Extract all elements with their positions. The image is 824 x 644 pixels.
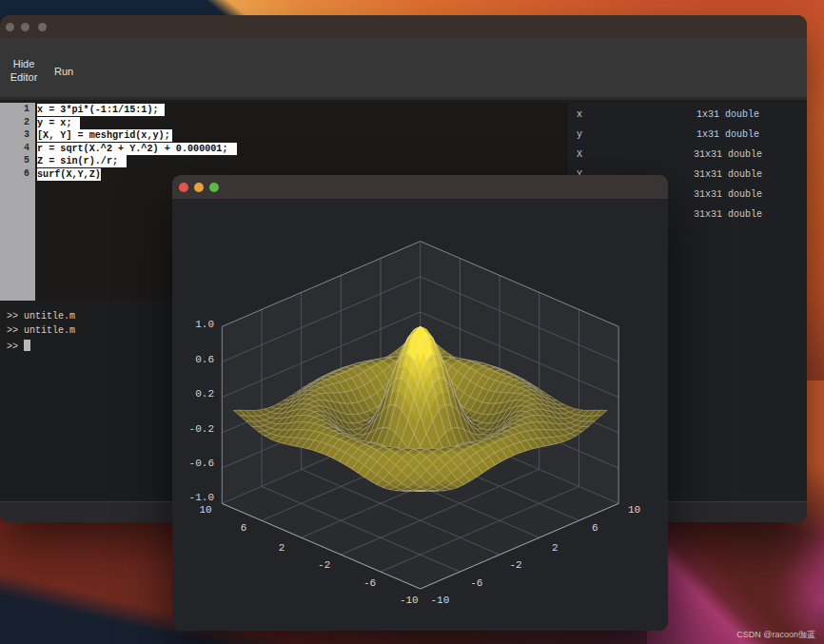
- svg-text:-1.0: -1.0: [189, 492, 214, 503]
- svg-text:-6: -6: [470, 577, 482, 589]
- svg-text:-0.2: -0.2: [189, 423, 214, 435]
- svg-text:-2: -2: [318, 559, 330, 571]
- svg-text:10: 10: [628, 504, 640, 516]
- svg-text:1.0: 1.0: [195, 319, 214, 330]
- svg-text:-6: -6: [363, 577, 376, 589]
- svg-text:2: 2: [552, 542, 559, 554]
- svg-text:-0.6: -0.6: [189, 458, 214, 469]
- svg-text:0.6: 0.6: [195, 354, 214, 365]
- svg-text:10: 10: [199, 504, 211, 516]
- svg-text:2: 2: [279, 542, 285, 554]
- svg-text:-10: -10: [400, 595, 419, 606]
- svg-text:6: 6: [592, 522, 598, 534]
- svg-text:-2: -2: [509, 559, 521, 571]
- svg-text:6: 6: [241, 522, 247, 534]
- svg-text:0.2: 0.2: [195, 388, 214, 400]
- svg-text:-10: -10: [430, 595, 449, 606]
